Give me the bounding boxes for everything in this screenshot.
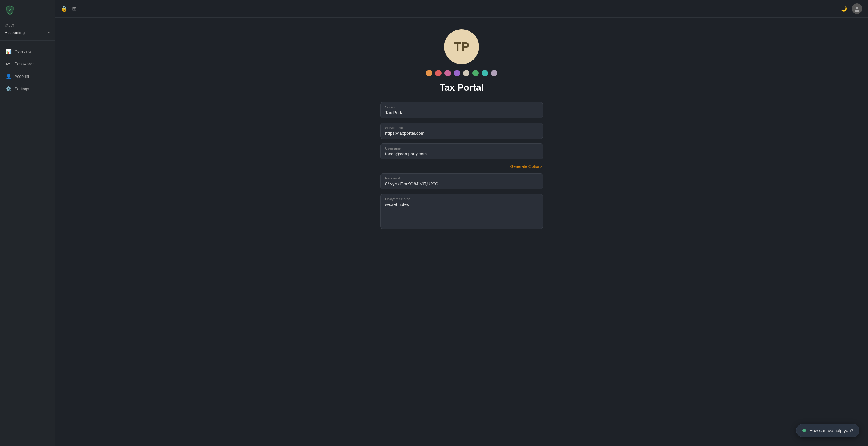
sidebar-item-label: Account — [14, 74, 29, 79]
vault-dropdown[interactable]: Accounting ▼ — [5, 29, 50, 36]
password-field: Password 8*NyYxlPbc^Q8J)VIT,U2?Q — [380, 173, 543, 189]
service-url-label: Service URL — [385, 126, 538, 130]
chevron-down-icon: ▼ — [48, 31, 50, 34]
service-label: Service — [385, 105, 538, 109]
settings-icon: ⚙️ — [6, 86, 11, 92]
sidebar-item-account[interactable]: 👤 Account — [0, 70, 55, 82]
content-area: TP Tax Portal Service Tax Portal Service… — [55, 18, 868, 446]
sidebar-item-passwords[interactable]: 🛍 Passwords — [0, 58, 55, 70]
notes-value: secret notes — [385, 202, 538, 207]
main-content: 🔒 ⊞ 🌙 TP Tax Portal Service Tax Portal — [55, 0, 868, 446]
sidebar: Vault Accounting ▼ 📊 Overview 🛍 Password… — [0, 0, 55, 446]
sidebar-item-label: Passwords — [14, 62, 34, 66]
lock-icon[interactable]: 🔒 — [61, 5, 67, 12]
notes-label: Encrypted Notes — [385, 197, 538, 201]
color-dot-3[interactable] — [454, 70, 460, 76]
form-container: Service Tax Portal Service URL https://t… — [380, 102, 543, 229]
grid-icon[interactable]: ⊞ — [72, 5, 76, 12]
avatar[interactable] — [852, 3, 862, 14]
entry-initials: TP — [454, 40, 469, 54]
username-label: Username — [385, 147, 538, 150]
username-field: Username taxes@company.com — [380, 143, 543, 160]
logo-area — [0, 0, 55, 20]
chat-text: How can we help you? — [809, 428, 853, 433]
top-bar-right: 🌙 — [841, 3, 862, 14]
chat-bubble[interactable]: How can we help you? — [796, 424, 859, 437]
color-palette — [426, 70, 497, 76]
top-bar: 🔒 ⊞ 🌙 — [55, 0, 868, 18]
service-url-field: Service URL https://taxportal.com — [380, 123, 543, 139]
color-dot-4[interactable] — [463, 70, 469, 76]
vault-label: Vault — [5, 24, 50, 27]
service-value: Tax Portal — [385, 110, 538, 115]
overview-icon: 📊 — [6, 49, 11, 54]
svg-point-0 — [856, 7, 858, 9]
vault-name: Accounting — [5, 30, 25, 35]
service-field: Service Tax Portal — [380, 102, 543, 118]
color-dot-7[interactable] — [491, 70, 497, 76]
shield-logo[interactable] — [5, 5, 15, 15]
color-dot-0[interactable] — [426, 70, 432, 76]
entry-avatar: TP — [444, 29, 479, 64]
generate-options-button[interactable]: Generate Options — [380, 164, 543, 169]
password-label: Password — [385, 176, 538, 180]
sidebar-item-overview[interactable]: 📊 Overview — [0, 45, 55, 58]
username-value: taxes@company.com — [385, 151, 538, 156]
dark-mode-icon[interactable]: 🌙 — [841, 5, 847, 12]
entry-title: Tax Portal — [439, 82, 484, 93]
notes-field: Encrypted Notes secret notes — [380, 194, 543, 229]
service-url-value: https://taxportal.com — [385, 131, 538, 136]
sidebar-item-label: Overview — [14, 49, 31, 54]
sidebar-item-label: Settings — [14, 87, 29, 91]
sidebar-item-settings[interactable]: ⚙️ Settings — [0, 82, 55, 95]
vault-selector: Vault Accounting ▼ — [0, 20, 55, 41]
color-dot-6[interactable] — [482, 70, 488, 76]
account-icon: 👤 — [6, 73, 11, 79]
color-dot-2[interactable] — [444, 70, 451, 76]
svg-point-1 — [855, 10, 859, 12]
password-value: 8*NyYxlPbc^Q8J)VIT,U2?Q — [385, 181, 538, 186]
color-dot-5[interactable] — [472, 70, 479, 76]
passwords-icon: 🛍 — [6, 61, 11, 67]
chat-status-dot — [802, 429, 806, 432]
sidebar-nav: 📊 Overview 🛍 Passwords 👤 Account ⚙️ Sett… — [0, 41, 55, 446]
color-dot-1[interactable] — [435, 70, 441, 76]
